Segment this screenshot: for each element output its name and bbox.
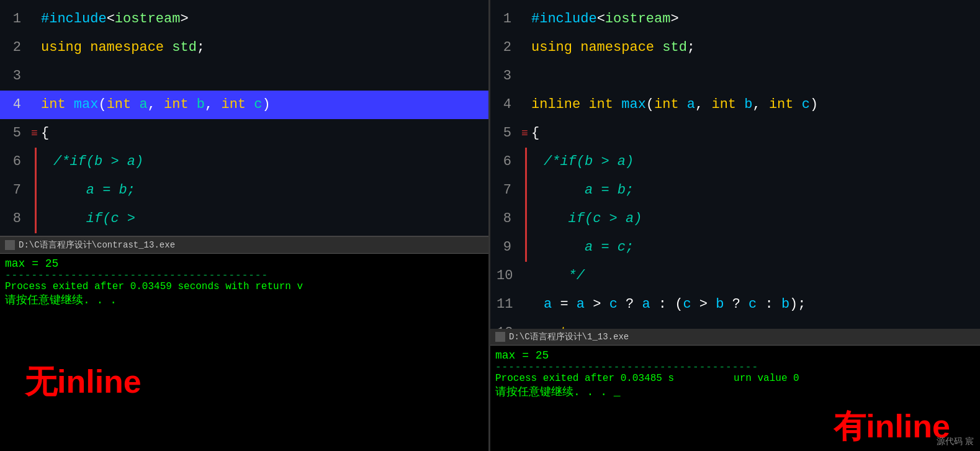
code-token: namespace xyxy=(90,40,164,55)
line-number: 2 xyxy=(6,33,31,62)
code-content: if(c > a) xyxy=(531,205,980,233)
code-line: 7 a = b; xyxy=(0,176,488,205)
right-label-area: 有inline xyxy=(495,405,975,449)
line-number: 8 xyxy=(497,205,521,233)
code-token: return xyxy=(544,325,593,329)
right-code-area: 1 #include<iostream> 2 using namespace s… xyxy=(490,0,980,329)
code-token: > xyxy=(691,297,716,312)
code-token: a xyxy=(139,97,147,112)
left-panel: 1 #include<iostream> 2 using namespace s… xyxy=(0,0,489,451)
code-token: , xyxy=(752,97,768,112)
console-separator: ---------------------------------------- xyxy=(5,270,483,281)
code-token xyxy=(572,40,580,55)
code-content xyxy=(41,62,488,91)
code-content: a = a > c ? a : (c > b ? c : b); xyxy=(531,290,980,319)
vbar xyxy=(525,148,527,176)
code-token xyxy=(794,97,802,112)
vbar xyxy=(35,205,37,233)
code-content xyxy=(531,62,980,91)
code-token: ); xyxy=(789,297,806,312)
code-token: max xyxy=(621,97,646,112)
right-console-title: D:\C语言程序设计\1_13.exe xyxy=(509,331,629,342)
code-token: iostream xyxy=(605,11,671,27)
code-token: int xyxy=(654,97,679,112)
code-token: ) xyxy=(262,97,270,112)
right-panel: 1 #include<iostream> 2 using namespace s… xyxy=(490,0,980,451)
code-token: ; xyxy=(609,325,618,329)
code-token: c xyxy=(683,297,691,312)
code-line: 10 */ xyxy=(490,262,980,290)
code-token: using xyxy=(531,40,572,55)
code-token xyxy=(679,97,687,112)
vbar xyxy=(525,176,527,205)
code-token: std xyxy=(662,40,687,55)
code-token xyxy=(131,97,139,112)
code-token: < xyxy=(107,11,115,27)
code-token: max xyxy=(74,97,99,112)
code-token: { xyxy=(531,125,539,141)
code-token: a xyxy=(577,297,585,312)
code-content: /*if(b > a) xyxy=(41,148,488,176)
code-token: ( xyxy=(646,97,654,112)
line-number: 12 xyxy=(497,319,521,329)
line-number: 5 xyxy=(497,119,521,148)
code-token: inline xyxy=(531,97,580,112)
code-token: /*if(b > a) xyxy=(544,154,634,169)
code-token: int xyxy=(107,97,132,112)
code-content: using namespace std; xyxy=(41,33,488,62)
code-token: int xyxy=(164,97,189,112)
console-exit-line: Process exited after 0.03459 seconds wit… xyxy=(5,281,483,292)
code-token: a xyxy=(601,325,609,329)
main-container: 1 #include<iostream> 2 using namespace s… xyxy=(0,0,980,451)
code-line: 3 xyxy=(0,62,488,91)
code-line: 6 /*if(b > a) xyxy=(0,148,488,176)
code-token: a = b; xyxy=(544,182,634,198)
code-line: 12 return a; xyxy=(490,319,980,329)
line-number: 10 xyxy=(497,262,521,290)
code-content: */ xyxy=(531,262,980,290)
code-token: ; xyxy=(197,40,205,55)
code-token: a xyxy=(687,97,695,112)
code-token: b xyxy=(716,297,724,312)
line-number: 5 xyxy=(6,119,31,148)
code-token: a = c; xyxy=(544,239,634,255)
code-line: 8 if(c > a) xyxy=(490,205,980,233)
code-token xyxy=(246,97,254,112)
line-number: 4 xyxy=(497,91,521,119)
vbar xyxy=(35,176,37,205)
code-token: ? xyxy=(724,297,748,312)
code-line: 9 a = c; xyxy=(490,233,980,262)
code-token: : ( xyxy=(650,297,683,312)
code-content: { xyxy=(531,119,980,148)
line-number: 7 xyxy=(6,176,31,205)
code-token: #include xyxy=(531,11,597,27)
console-output: max = 25 xyxy=(5,257,483,270)
left-code-editor: 1 #include<iostream> 2 using namespace s… xyxy=(0,0,488,236)
code-token: c xyxy=(254,97,262,112)
line-number: 1 xyxy=(497,5,521,33)
code-content: int max(int a, int b, int c) xyxy=(41,91,488,119)
footer-bar: 源代码 宸 xyxy=(937,436,974,447)
line-number: 7 xyxy=(497,176,521,205)
left-label-area: 无inline xyxy=(0,311,488,451)
left-console-title: D:\C语言程序设计\contrast_13.exe xyxy=(19,239,175,251)
code-token: int xyxy=(588,97,613,112)
code-line-highlighted: 4 int max(int a, int b, int c) xyxy=(0,91,488,119)
code-token: int xyxy=(769,97,794,112)
line-number: 2 xyxy=(497,33,521,62)
line-number: 1 xyxy=(6,5,31,33)
win-icon xyxy=(5,240,15,250)
right-console-titlebar: D:\C语言程序设计\1_13.exe xyxy=(490,329,980,346)
code-content: #include<iostream> xyxy=(41,5,488,33)
code-token: */ xyxy=(544,268,585,284)
code-token xyxy=(613,97,621,112)
code-line: 5 ≡ { xyxy=(0,119,488,148)
code-token: iostream xyxy=(115,11,181,27)
vbar xyxy=(525,233,527,262)
code-token: c xyxy=(609,297,618,312)
console-separator: ---------------------------------------- xyxy=(495,362,975,373)
vbar xyxy=(525,205,527,233)
left-console-titlebar: D:\C语言程序设计\contrast_13.exe xyxy=(0,237,488,254)
code-token xyxy=(593,325,601,329)
code-token: ; xyxy=(687,40,695,55)
